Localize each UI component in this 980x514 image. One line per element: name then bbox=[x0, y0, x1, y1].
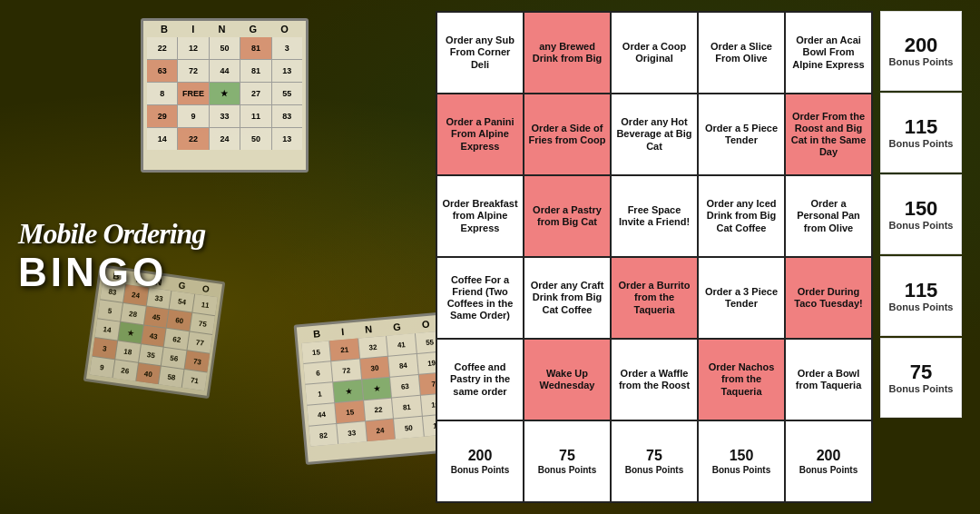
bottom-points-c1-value: 200 bbox=[468, 447, 493, 464]
cell-r4c3: Order a Burrito from the Taqueria bbox=[612, 258, 697, 338]
cell-r5c4: Order Nachos from the Taqueria bbox=[699, 340, 784, 420]
bottom-points-c3-label: Bonus Points bbox=[625, 465, 683, 476]
side-points-row5-value: 75 bbox=[910, 362, 932, 382]
cell-r3c2: Order a Pastry from Big Cat bbox=[524, 176, 610, 256]
cell-r2c2: Order a Side of Fries from Coop bbox=[524, 94, 610, 174]
cell-r5c3: Order a Waffle from the Roost bbox=[612, 340, 697, 420]
cell-r5c2: Wake Up Wednesday bbox=[524, 340, 610, 420]
bingo-table-container: Order any Sub From Corner Deli any Brewe… bbox=[436, 11, 962, 503]
side-points-row2-value: 115 bbox=[905, 117, 938, 137]
cell-r4c5: Order During Taco Tuesday! bbox=[786, 258, 871, 338]
side-points-row5-label: Bonus Points bbox=[889, 384, 954, 394]
cell-bottom-c2: 75 Bonus Points bbox=[524, 421, 610, 501]
cell-r1c3: Order a Coop Original bbox=[612, 13, 697, 93]
side-points-row3-label: Bonus Points bbox=[889, 221, 954, 231]
cell-r4c2: Order any Craft Drink from Big Cat Coffe… bbox=[524, 258, 610, 338]
cell-r3c1: Order Breakfast from Alpine Express bbox=[437, 176, 523, 256]
bingo-grid: Order any Sub From Corner Deli any Brewe… bbox=[436, 11, 873, 503]
bottom-points-c1-label: Bonus Points bbox=[451, 465, 509, 476]
bottom-points-c4-value: 150 bbox=[730, 447, 754, 464]
side-points-row3: 150 Bonus Points bbox=[880, 174, 962, 254]
bottom-points-c2-value: 75 bbox=[559, 447, 575, 464]
cell-r1c5: Order an Acai Bowl From Alpine Express bbox=[786, 13, 871, 93]
side-points-row5: 75 Bonus Points bbox=[880, 338, 962, 418]
cell-r2c4: Order a 5 Piece Tender bbox=[699, 94, 784, 174]
bottom-points-c3-value: 75 bbox=[646, 447, 662, 464]
cell-r1c2: any Brewed Drink from Big bbox=[524, 13, 610, 93]
side-points-row3-value: 150 bbox=[905, 199, 938, 219]
cell-r4c1: Coffee For a Friend (Two Coffees in the … bbox=[437, 258, 523, 338]
cell-r4c4: Order a 3 Piece Tender bbox=[699, 258, 784, 338]
side-points-row1-value: 200 bbox=[905, 35, 938, 55]
cell-r2c3: Order any Hot Beverage at Big Cat bbox=[612, 94, 697, 174]
app-title-line2: BINGO bbox=[18, 251, 218, 296]
cell-r5c5: Order a Bowl from Taqueria bbox=[786, 340, 871, 420]
cell-bottom-c5: 200 Bonus Points bbox=[786, 421, 871, 501]
side-points-row4-label: Bonus Points bbox=[889, 302, 954, 312]
cell-r1c4: Order a Slice From Olive bbox=[699, 13, 784, 93]
cell-r2c1: Order a Panini From Alpine Express bbox=[437, 94, 523, 174]
side-points-row4: 115 Bonus Points bbox=[880, 256, 962, 336]
side-points-row1: 200 Bonus Points bbox=[880, 11, 962, 91]
side-points-column: 200 Bonus Points 115 Bonus Points 150 Bo… bbox=[880, 11, 962, 418]
bottom-points-c4-label: Bonus Points bbox=[712, 465, 770, 476]
cell-r3c4: Order any Iced Drink from Big Cat Coffee bbox=[699, 176, 784, 256]
bottom-points-c2-label: Bonus Points bbox=[538, 465, 596, 476]
cell-bottom-c4: 150 Bonus Points bbox=[699, 421, 784, 501]
cell-r3c3-free: Free Space Invite a Friend! bbox=[612, 176, 697, 256]
title-section: Mobile Ordering BINGO bbox=[18, 218, 218, 295]
bottom-points-c5-value: 200 bbox=[817, 447, 841, 464]
cell-r5c1: Coffee and Pastry in the same order bbox=[437, 340, 523, 420]
side-points-row2: 115 Bonus Points bbox=[880, 93, 962, 173]
cell-r2c5: Order From the Roost and Big Cat in the … bbox=[786, 94, 871, 174]
cell-bottom-c3: 75 Bonus Points bbox=[612, 421, 697, 501]
cell-bottom-c1: 200 Bonus Points bbox=[437, 421, 523, 501]
app-title-line1: Mobile Ordering bbox=[18, 218, 218, 250]
side-points-row4-value: 115 bbox=[905, 281, 938, 301]
cell-r1c1: Order any Sub From Corner Deli bbox=[437, 13, 523, 93]
bottom-points-c5-label: Bonus Points bbox=[799, 465, 858, 476]
cell-r3c5: Order a Personal Pan from Olive bbox=[786, 176, 871, 256]
side-points-row1-label: Bonus Points bbox=[889, 57, 954, 67]
side-points-row2-label: Bonus Points bbox=[889, 139, 954, 149]
